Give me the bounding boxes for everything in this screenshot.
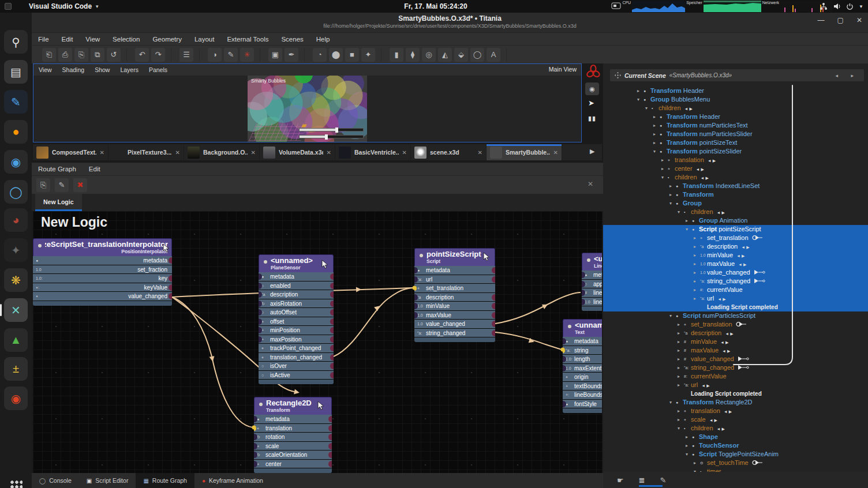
file-tab[interactable]: ComposedText...✕: [33, 144, 108, 160]
expander-arrow-icon[interactable]: ▸: [692, 242, 698, 251]
output-connector[interactable]: [330, 345, 334, 351]
expander-arrow-icon[interactable]: ▸: [692, 286, 698, 294]
expander-arrow-icon[interactable]: ▸: [676, 337, 682, 346]
tab-close-icon[interactable]: ✕: [327, 149, 331, 156]
bottom-tab-keyframe-animation[interactable]: ●Keyframe Animation: [194, 473, 271, 488]
tree-row-numparticlesscript[interactable]: ▾●Script numParticlesScript: [603, 311, 868, 320]
expander-arrow-icon[interactable]: ▾: [660, 173, 665, 182]
rg-toolbar-button[interactable]: ✎: [55, 178, 69, 192]
viewport-menu-view[interactable]: View: [33, 66, 57, 73]
node-field-string_changed[interactable]: "a:string_changed: [414, 329, 495, 338]
system-monitor-graphs[interactable]: CPU Speicher Netzwerk: [611, 0, 832, 13]
network-tree-icon[interactable]: [820, 2, 828, 10]
dock-item-green-app[interactable]: ▲: [4, 328, 28, 352]
dock-item-plus-minus-app[interactable]: ±: [4, 357, 28, 381]
output-connector[interactable]: [330, 327, 334, 333]
expander-arrow-icon[interactable]: ▸: [676, 381, 682, 389]
dock-item-yellow-app[interactable]: ❋: [4, 268, 28, 292]
output-connector[interactable]: [330, 363, 334, 369]
viewport-menu-show[interactable]: Show: [89, 66, 115, 73]
tab-close-icon[interactable]: ✕: [478, 149, 482, 156]
rg-menu-edit[interactable]: Edit: [83, 166, 107, 172]
output-connector[interactable]: [328, 425, 332, 431]
output-connector[interactable]: [328, 416, 332, 422]
output-connector[interactable]: [169, 284, 172, 291]
node-field-linewidthScaleFactor[interactable]: 1.0linewidthScaleFactor: [582, 298, 602, 307]
node-field-axisRotation[interactable]: ↻axisRotation: [259, 299, 334, 309]
menu-layout[interactable]: Layout: [188, 36, 221, 43]
pause-icon[interactable]: ▮▮: [588, 115, 596, 122]
toolbar-button[interactable]: ⬤: [329, 48, 343, 62]
node-field-center[interactable]: ⌖center: [254, 460, 332, 469]
expander-arrow-icon[interactable]: ▸: [676, 355, 682, 363]
output-connector[interactable]: [330, 372, 334, 378]
toolbar-button[interactable]: ↺: [107, 48, 121, 62]
planesensor-node[interactable]: <unnamed>PlaneSensor●metadata○enabled"ad…: [259, 254, 334, 384]
node-field-metadata[interactable]: ●metadata: [254, 415, 332, 424]
tree-row-children[interactable]: ▾•children◄▶: [603, 173, 868, 182]
output-connector[interactable]: [330, 336, 334, 343]
bottom-tab-console[interactable]: ◯Console: [32, 473, 79, 488]
tree-row-translation[interactable]: ▸⌖translation◄▶: [603, 407, 868, 415]
expander-arrow-icon[interactable]: ▸: [684, 433, 690, 441]
node-field-isOver[interactable]: ○isOver: [259, 362, 334, 371]
expander-arrow-icon[interactable]: ▸: [684, 441, 690, 450]
output-connector[interactable]: [169, 293, 172, 299]
toolbar-button[interactable]: ⧫: [406, 48, 420, 62]
toolbar-button[interactable]: ⎗: [42, 48, 56, 62]
connected-input-connector[interactable]: [254, 426, 256, 431]
node-field-enabled[interactable]: ○enabled: [259, 281, 334, 291]
tree-row-description[interactable]: ▸"adescription◄▶: [603, 329, 868, 337]
tree-row-touchsensor[interactable]: ▸●TouchSensor: [603, 441, 868, 450]
tree-row-pointsizescript[interactable]: ▾●Script pointSizeScript: [603, 225, 868, 234]
tree-row-header[interactable]: ▸●Transform Header: [603, 87, 868, 95]
expander-arrow-icon[interactable]: ▸: [692, 268, 698, 277]
output-connector[interactable]: [330, 354, 334, 361]
viewport-panel[interactable]: ViewShadingShowLayersPanels Main View Sm…: [33, 63, 582, 142]
expander-arrow-icon[interactable]: ▸: [660, 164, 665, 173]
output-connector[interactable]: [328, 434, 332, 440]
node-field-minValue[interactable]: 1.0minValue: [414, 302, 495, 311]
node-title[interactable]: pointSizeScriptScript: [414, 248, 495, 266]
dock-item-text-editor[interactable]: ✎: [4, 90, 28, 114]
outline-icon[interactable]: ≣: [639, 476, 645, 485]
tree-row-children[interactable]: ▾•children◄▶: [603, 424, 868, 433]
expander-arrow-icon[interactable]: ▸: [652, 130, 657, 138]
tab-close-icon[interactable]: ✕: [175, 149, 180, 156]
panel-close-icon[interactable]: ✕: [588, 180, 593, 188]
output-connector[interactable]: [330, 291, 334, 298]
logic-tab[interactable]: New Logic: [35, 194, 82, 211]
tree-row-currentvalue[interactable]: ▸#:currentValue: [603, 372, 868, 381]
file-tab[interactable]: SmartyBubble...✕: [487, 144, 562, 160]
tree-row-set_translation[interactable]: ▸⌖set_translation: [603, 234, 868, 242]
dock-item-red-app[interactable]: ◉: [4, 386, 28, 410]
toolbar-button[interactable]: ↶: [135, 48, 149, 62]
toolbar-button[interactable]: ⎙: [58, 48, 72, 62]
node-title[interactable]: <unnamed>LineProperties: [582, 253, 602, 271]
expander-arrow-icon[interactable]: ▸: [676, 329, 682, 337]
output-connector[interactable]: [330, 283, 334, 289]
viewport-menu-shading[interactable]: Shading: [57, 66, 90, 73]
tree-row-group[interactable]: ▾●Group: [603, 199, 868, 208]
sidebar-header[interactable]: Current Scene «SmartyBubbles.O.x3d» ◂ ▸: [610, 69, 864, 81]
expander-arrow-icon[interactable]: ▾: [684, 450, 690, 459]
node-field-metadata[interactable]: ●metadata: [563, 337, 602, 346]
file-tab[interactable]: scene.x3d✕: [411, 144, 487, 160]
node-field-rotation[interactable]: ↻rotation: [254, 433, 332, 442]
output-connector[interactable]: [492, 321, 495, 327]
node-field-translation_changed[interactable]: ⌖translation_changed: [259, 353, 334, 362]
node-field-linetype[interactable]: #linetype: [582, 288, 602, 298]
viewport-menu-layers[interactable]: Layers: [115, 66, 144, 73]
dock-item-app-grid[interactable]: [4, 474, 28, 488]
lineproperties-node[interactable]: <unnamed>LineProperties●metadata○applied…: [582, 253, 602, 311]
node-field-length[interactable]: 1.0:length: [563, 355, 602, 364]
tree-row-url[interactable]: ▸"a:url◄▶: [603, 294, 868, 303]
output-connector[interactable]: [492, 330, 495, 336]
chevron-down-icon[interactable]: ▼: [859, 4, 863, 9]
expander-arrow-icon[interactable]: ▸: [660, 156, 665, 164]
node-field-set_translation[interactable]: ⌖set_translation: [414, 284, 495, 293]
node-title[interactable]: <unnamed>PlaneSensor: [259, 254, 334, 272]
expander-arrow-icon[interactable]: ▸: [652, 121, 657, 130]
menu-selection[interactable]: Selection: [106, 36, 146, 43]
tree-row-value_changed[interactable]: ▸#value_changed: [603, 355, 868, 363]
